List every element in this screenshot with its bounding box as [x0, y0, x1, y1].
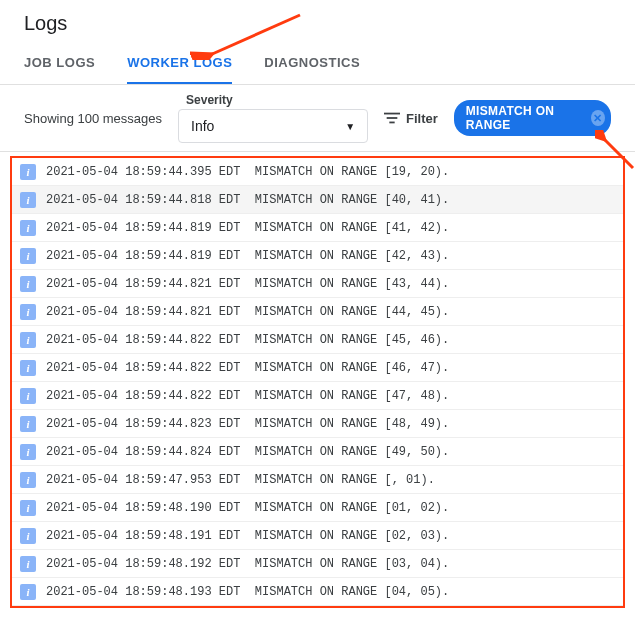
- svg-rect-2: [389, 122, 394, 124]
- info-icon: i: [20, 500, 36, 516]
- log-text: 2021-05-04 18:59:48.191 EDT MISMATCH ON …: [46, 529, 449, 543]
- log-text: 2021-05-04 18:59:44.395 EDT MISMATCH ON …: [46, 165, 449, 179]
- controls-bar: Showing 100 messages Severity Info ▼ Fil…: [0, 85, 635, 152]
- tab-diagnostics[interactable]: DIAGNOSTICS: [264, 43, 360, 84]
- info-icon: i: [20, 528, 36, 544]
- log-row[interactable]: i2021-05-04 18:59:44.821 EDT MISMATCH ON…: [12, 270, 623, 298]
- log-text: 2021-05-04 18:59:44.818 EDT MISMATCH ON …: [46, 193, 449, 207]
- info-icon: i: [20, 304, 36, 320]
- log-text: 2021-05-04 18:59:44.819 EDT MISMATCH ON …: [46, 249, 449, 263]
- log-text: 2021-05-04 18:59:48.190 EDT MISMATCH ON …: [46, 501, 449, 515]
- info-icon: i: [20, 556, 36, 572]
- svg-rect-0: [384, 113, 400, 115]
- filter-label: Filter: [406, 111, 438, 126]
- log-text: 2021-05-04 18:59:44.822 EDT MISMATCH ON …: [46, 361, 449, 375]
- log-row[interactable]: i2021-05-04 18:59:44.821 EDT MISMATCH ON…: [12, 298, 623, 326]
- log-text: 2021-05-04 18:59:48.192 EDT MISMATCH ON …: [46, 557, 449, 571]
- info-icon: i: [20, 332, 36, 348]
- info-icon: i: [20, 220, 36, 236]
- info-icon: i: [20, 444, 36, 460]
- log-text: 2021-05-04 18:59:44.821 EDT MISMATCH ON …: [46, 305, 449, 319]
- showing-count: Showing 100 messages: [24, 111, 162, 126]
- log-row[interactable]: i2021-05-04 18:59:44.824 EDT MISMATCH ON…: [12, 438, 623, 466]
- info-icon: i: [20, 248, 36, 264]
- log-row[interactable]: i2021-05-04 18:59:48.190 EDT MISMATCH ON…: [12, 494, 623, 522]
- log-text: 2021-05-04 18:59:44.824 EDT MISMATCH ON …: [46, 445, 449, 459]
- log-row[interactable]: i2021-05-04 18:59:44.822 EDT MISMATCH ON…: [12, 326, 623, 354]
- log-row[interactable]: i2021-05-04 18:59:47.953 EDT MISMATCH ON…: [12, 466, 623, 494]
- log-text: 2021-05-04 18:59:44.821 EDT MISMATCH ON …: [46, 277, 449, 291]
- log-text: 2021-05-04 18:59:47.953 EDT MISMATCH ON …: [46, 473, 435, 487]
- log-row[interactable]: i2021-05-04 18:59:44.822 EDT MISMATCH ON…: [12, 382, 623, 410]
- page-title: Logs: [0, 0, 635, 43]
- info-icon: i: [20, 164, 36, 180]
- log-row[interactable]: i2021-05-04 18:59:48.191 EDT MISMATCH ON…: [12, 522, 623, 550]
- tab-job-logs[interactable]: JOB LOGS: [24, 43, 95, 84]
- severity-value: Info: [191, 118, 214, 134]
- filter-button[interactable]: Filter: [384, 111, 438, 126]
- filter-icon: [384, 112, 400, 124]
- info-icon: i: [20, 472, 36, 488]
- log-row[interactable]: i2021-05-04 18:59:44.819 EDT MISMATCH ON…: [12, 214, 623, 242]
- info-icon: i: [20, 276, 36, 292]
- log-row[interactable]: i2021-05-04 18:59:44.822 EDT MISMATCH ON…: [12, 354, 623, 382]
- log-text: 2021-05-04 18:59:44.819 EDT MISMATCH ON …: [46, 221, 449, 235]
- info-icon: i: [20, 192, 36, 208]
- log-list: i2021-05-04 18:59:44.395 EDT MISMATCH ON…: [10, 156, 625, 608]
- tab-worker-logs[interactable]: WORKER LOGS: [127, 43, 232, 84]
- log-text: 2021-05-04 18:59:44.822 EDT MISMATCH ON …: [46, 389, 449, 403]
- log-text: 2021-05-04 18:59:44.822 EDT MISMATCH ON …: [46, 333, 449, 347]
- log-row[interactable]: i2021-05-04 18:59:44.395 EDT MISMATCH ON…: [12, 158, 623, 186]
- log-text: 2021-05-04 18:59:48.193 EDT MISMATCH ON …: [46, 585, 449, 599]
- log-row[interactable]: i2021-05-04 18:59:44.823 EDT MISMATCH ON…: [12, 410, 623, 438]
- log-row[interactable]: i2021-05-04 18:59:44.818 EDT MISMATCH ON…: [12, 186, 623, 214]
- log-row[interactable]: i2021-05-04 18:59:48.192 EDT MISMATCH ON…: [12, 550, 623, 578]
- log-text: 2021-05-04 18:59:44.823 EDT MISMATCH ON …: [46, 417, 449, 431]
- svg-rect-1: [387, 117, 398, 119]
- dropdown-arrow-icon: ▼: [345, 121, 355, 132]
- info-icon: i: [20, 360, 36, 376]
- info-icon: i: [20, 388, 36, 404]
- close-icon[interactable]: ✕: [591, 110, 605, 126]
- info-icon: i: [20, 584, 36, 600]
- severity-label: Severity: [186, 93, 368, 107]
- log-row[interactable]: i2021-05-04 18:59:44.819 EDT MISMATCH ON…: [12, 242, 623, 270]
- tabs: JOB LOGS WORKER LOGS DIAGNOSTICS: [0, 43, 635, 85]
- log-row[interactable]: i2021-05-04 18:59:48.193 EDT MISMATCH ON…: [12, 578, 623, 606]
- severity-select[interactable]: Info ▼: [178, 109, 368, 143]
- severity-group: Severity Info ▼: [178, 93, 368, 143]
- filter-chip-label: MISMATCH ON RANGE: [466, 104, 585, 132]
- info-icon: i: [20, 416, 36, 432]
- filter-chip[interactable]: MISMATCH ON RANGE ✕: [454, 100, 611, 136]
